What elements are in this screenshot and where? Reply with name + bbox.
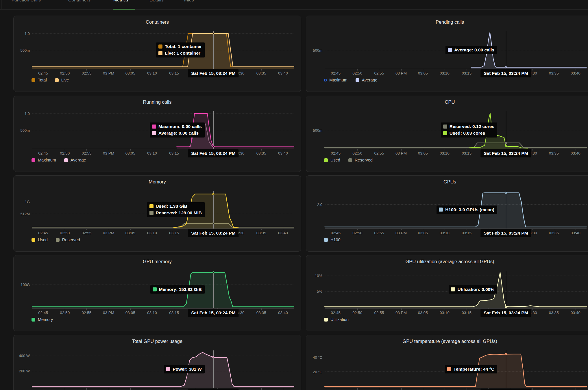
x-axis-tick xyxy=(445,388,445,390)
date-tooltip: Sat Feb 15, 03:24 PM xyxy=(188,389,238,390)
chart-plot[interactable]: Average: 0.00 calls xyxy=(325,30,587,69)
chart-plot[interactable]: Power: 381 W xyxy=(32,349,294,388)
tab-details[interactable]: Details xyxy=(149,0,164,3)
chart-plot[interactable]: Total: 1 containerLive: 1 container xyxy=(32,30,294,69)
x-axis-tick xyxy=(174,388,174,390)
tab-function-calls[interactable]: Function Calls xyxy=(12,0,41,3)
y-axis-label: 100G xyxy=(14,283,30,287)
x-axis-label: 03:15 xyxy=(462,231,471,235)
chart-plot[interactable]: Used: 1.33 GiBReserved: 128.00 MiB xyxy=(32,190,294,229)
y-axis-label: 512M xyxy=(14,212,30,216)
crosshair-line xyxy=(213,31,214,69)
x-axis-tick xyxy=(576,149,576,151)
x-axis-label: 03 PM xyxy=(103,311,114,315)
chart-plot[interactable]: Utilization: 0.00% xyxy=(325,269,587,309)
tab-files[interactable]: Files xyxy=(184,0,194,3)
x-axis-tick xyxy=(130,388,131,390)
legend-swatch xyxy=(356,78,359,82)
chart-plot[interactable]: Memory: 153.82 GiB xyxy=(32,269,294,309)
tooltip-text: Reserved: 128.00 MiB xyxy=(156,210,202,216)
x-axis-label: 03:35 xyxy=(549,151,559,155)
x-axis-tick xyxy=(357,388,358,390)
x-axis-label: 02:45 xyxy=(331,231,341,235)
y-axis-label: 40 °C xyxy=(307,355,322,359)
legend-item-used[interactable]: Used xyxy=(324,158,340,162)
x-axis-tick xyxy=(240,309,240,310)
legend-label: Reserved xyxy=(355,158,373,162)
x-axis-tick xyxy=(152,309,152,310)
x-axis-label: 03:10 xyxy=(147,311,157,315)
legend-swatch xyxy=(32,78,35,82)
tab-metrics[interactable]: Metrics xyxy=(113,0,128,3)
x-axis-label: 03 PM xyxy=(103,71,114,75)
date-tooltip: Sat Feb 15, 03:24 PM xyxy=(480,309,531,317)
chart-card-memory: Memory1G512MUsed: 1.33 GiBReserved: 128.… xyxy=(13,175,301,252)
chart-legend: UsedReserved xyxy=(324,158,373,162)
x-axis-tick xyxy=(109,309,109,310)
x-axis-tick xyxy=(467,149,467,151)
legend-item-used[interactable]: Used xyxy=(32,237,48,242)
x-axis-tick xyxy=(336,149,336,151)
chart-plot[interactable]: H100: 3.0 GPUs (mean) xyxy=(325,190,587,229)
x-axis-tick xyxy=(86,388,87,390)
metrics-dashboard: { "tabs": { "items": [ {"label": "Functi… xyxy=(0,0,588,390)
legend-item-total[interactable]: Total xyxy=(32,78,47,82)
x-axis-label: 03:10 xyxy=(440,71,450,75)
legend-item-reserved[interactable]: Reserved xyxy=(348,158,373,162)
legend-swatch xyxy=(32,238,35,242)
x-axis-tick xyxy=(401,229,402,230)
x-axis-tick xyxy=(445,149,445,151)
x-axis-label: 03:40 xyxy=(278,311,288,315)
x-axis-tick xyxy=(109,229,109,230)
x-axis-tick xyxy=(261,388,262,390)
x-axis-tick xyxy=(152,69,152,70)
x-axis-label: 03:35 xyxy=(549,231,559,235)
x-axis-label: 02:45 xyxy=(331,311,341,315)
legend-swatch xyxy=(324,318,328,322)
x-axis-label: 03:35 xyxy=(256,231,266,235)
x-axis-tick xyxy=(423,149,423,151)
hover-marker xyxy=(505,353,507,355)
legend-item-reserved[interactable]: Reserved xyxy=(56,237,80,242)
chart-plot[interactable]: Reserved: 0.12 coresUsed: 0.03 cores xyxy=(325,110,587,149)
series-line-reserved xyxy=(325,143,587,148)
tooltip-series-swatch xyxy=(448,48,452,52)
legend-item-maximum[interactable]: Maximum xyxy=(32,158,56,162)
chart-plot[interactable]: Maximum: 0.00 callsAverage: 0.00 calls xyxy=(32,110,294,149)
hover-marker xyxy=(505,66,507,68)
legend-item-maximum[interactable]: Maximum xyxy=(324,78,347,82)
tab-containers[interactable]: Containers xyxy=(68,0,90,3)
hover-marker xyxy=(505,142,507,144)
x-axis-tick xyxy=(240,229,240,230)
x-axis-tick xyxy=(379,229,379,230)
x-axis-label: 03:40 xyxy=(571,151,580,155)
chart-title: GPU temperature (average across all GPUs… xyxy=(306,339,588,344)
x-axis-tick xyxy=(240,149,240,151)
legend-item-h100[interactable]: H100 xyxy=(324,237,341,242)
tooltip-text: Utilization: 0.00% xyxy=(457,287,494,292)
x-axis-label: 02:55 xyxy=(374,231,384,235)
x-axis-label: 03:10 xyxy=(147,231,157,235)
x-axis-tick xyxy=(554,388,554,390)
x-axis-label: 03:10 xyxy=(440,311,450,315)
x-axis-tick xyxy=(240,69,240,70)
x-axis-label: 03:40 xyxy=(571,71,580,75)
legend-item-memory[interactable]: Memory xyxy=(32,317,53,322)
x-axis-tick xyxy=(532,69,532,70)
y-axis-label: 10% xyxy=(307,273,322,278)
x-axis-tick xyxy=(109,388,109,390)
legend-item-average[interactable]: Average xyxy=(64,158,86,162)
x-axis-tick xyxy=(240,388,240,390)
x-axis-label: 03:15 xyxy=(169,151,179,155)
chart-legend: Memory xyxy=(32,317,53,322)
x-axis-tick xyxy=(43,309,43,310)
legend-swatch xyxy=(55,78,59,82)
date-tooltip: Sat Feb 15, 03:24 PM xyxy=(480,229,531,237)
x-axis-label: 03:35 xyxy=(256,311,266,315)
legend-item-utilization[interactable]: Utilization xyxy=(324,317,349,322)
chart-plot[interactable]: Temperature: 44 °C xyxy=(325,349,587,388)
tooltip-row: Used: 0.03 cores xyxy=(443,131,494,136)
legend-item-average[interactable]: Average xyxy=(356,78,378,82)
x-axis-tick xyxy=(86,229,87,230)
legend-item-live[interactable]: Live xyxy=(55,78,69,82)
